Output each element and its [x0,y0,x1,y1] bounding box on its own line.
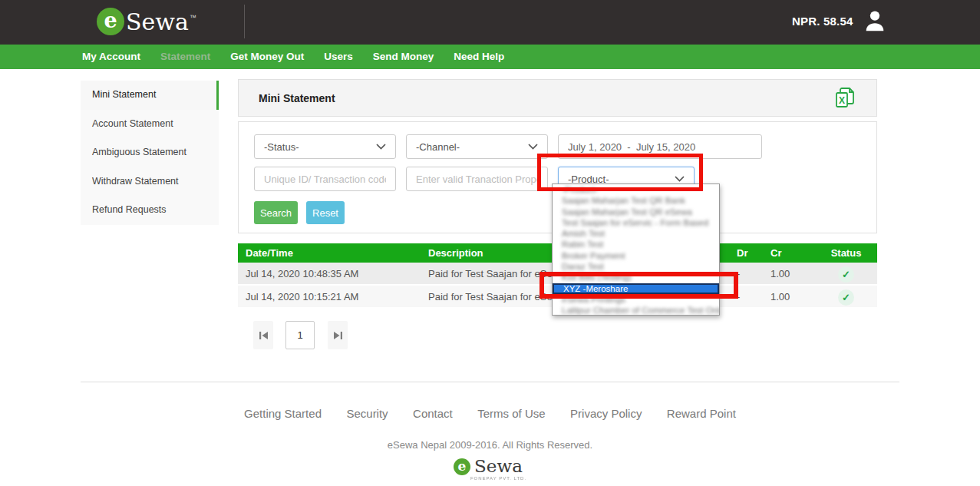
cell-cr: 1.00 [770,286,815,307]
footer-link-contact[interactable]: Contact [413,407,453,420]
channel-select[interactable]: -Channel- [406,134,548,159]
col-header-datetime: Date/Time [238,243,422,263]
product-dropdown-list: -Product- Saajan Maharjan Test QR Bank S… [552,183,720,316]
main-nav: My Account Statement Get Money Out Users… [0,45,980,69]
nav-need-help[interactable]: Need Help [444,45,514,69]
product-option[interactable]: Broker Payment [553,250,719,261]
success-check-icon: ✓ [838,289,854,306]
nav-statement[interactable]: Statement [150,45,220,69]
esewa-app: e Sewa ™ NPR. 58.54 My Account Statement… [0,0,980,486]
trademark-symbol: ™ [190,14,196,21]
cell-datetime: Jul 14, 2020 10:48:35 AM [238,263,422,284]
product-option[interactable]: Kist Bills (Testing) [553,272,719,283]
svg-text:X: X [839,95,845,106]
cell-dr: - [737,263,770,284]
footer-divider [81,382,899,382]
product-option[interactable]: Test Saajan for eServic - Form Based [553,217,719,228]
product-option[interactable]: eSewa Printings [553,294,719,305]
sidebar-item-ambiguous-statement[interactable]: Ambiguous Statement [81,138,219,167]
footer-link-reward-point[interactable]: Reward Point [667,407,736,420]
esewa-logo-text: Sewa [474,456,523,476]
wallet-balance: NPR. 58.54 [792,15,853,28]
esewa-logo: e Sewa ™ [97,8,196,37]
copyright-text: eSewa Nepal 2009-2016. All Rights Reserv… [0,439,980,451]
nav-my-account[interactable]: My Account [72,45,150,69]
product-option[interactable]: Amish Test [553,228,719,239]
product-option[interactable]: Daraz Test [553,261,719,272]
cell-cr: 1.00 [770,263,815,284]
search-button[interactable]: Search [254,201,298,224]
pagination: 1 [238,321,877,349]
first-page-button[interactable] [253,321,273,349]
col-header-dr: Dr [737,243,770,263]
col-header-cr: Cr [770,243,815,263]
footer-link-getting-started[interactable]: Getting Started [244,407,322,420]
sidebar-item-refund-requests[interactable]: Refund Requests [81,196,219,225]
skip-to-first-icon [259,331,269,340]
top-bar: e Sewa ™ NPR. 58.54 [0,0,980,45]
footer-logo: e Sewa FONEPAY PVT. LTD. [0,456,980,481]
chevron-down-icon [675,176,685,182]
esewa-logo-e-icon: e [454,458,470,475]
panel-header: Mini Statement X [238,79,877,117]
sidebar-item-withdraw-statement[interactable]: Withdraw Statement [81,167,219,197]
current-page-indicator[interactable]: 1 [285,321,315,349]
channel-select-value: -Channel- [416,141,460,153]
nav-users[interactable]: Users [314,45,363,69]
statement-sidebar: Mini Statement Account Statement Ambiguo… [81,81,219,225]
export-excel-button[interactable]: X [833,87,856,110]
transaction-property-input[interactable] [406,167,548,191]
cell-dr: - [737,286,770,307]
excel-export-icon: X [834,87,856,110]
product-option[interactable]: Saajan Maharjan Test QR eSewa [553,207,719,217]
page-title: Mini Statement [259,92,335,104]
status-select-value: -Status- [264,141,299,153]
nav-get-money-out[interactable]: Get Money Out [220,45,314,69]
product-option[interactable]: Rabin Test [553,239,719,250]
status-select[interactable]: -Status- [254,134,396,159]
footer-link-privacy-policy[interactable]: Privacy Policy [570,407,642,420]
cell-status: ✓ [815,263,877,284]
last-page-button[interactable] [328,321,348,349]
footer-link-security[interactable]: Security [346,407,388,420]
esewa-logo-e-icon: e [97,8,124,35]
sidebar-item-account-statement[interactable]: Account Statement [81,110,219,139]
sidebar-item-mini-statement[interactable]: Mini Statement [81,81,219,110]
footer-logo-subtext: FONEPAY PVT. LTD. [470,476,526,481]
product-option[interactable]: Saajan Maharjan Test QR Bank [553,195,719,206]
product-option[interactable]: -Product- [553,184,719,195]
footer-link-terms-of-use[interactable]: Terms of Use [477,407,545,420]
product-option-selected[interactable]: XYZ -Meroshare [553,283,719,294]
chevron-down-icon [376,144,386,150]
footer-links: Getting Started Security Contact Terms o… [0,407,980,421]
unique-id-input[interactable] [254,167,396,191]
user-avatar-icon[interactable] [863,8,887,33]
product-option[interactable]: Lalitpur Chamber of Commerce Test Only [553,305,719,316]
skip-to-last-icon [333,331,343,340]
cell-status: ✓ [815,286,877,307]
nav-send-money[interactable]: Send Money [363,45,444,69]
esewa-logo-text: Sewa [126,8,189,37]
cell-datetime: Jul 14, 2020 10:15:21 AM [238,286,422,307]
chevron-down-icon [528,144,538,150]
success-check-icon: ✓ [838,266,854,283]
reset-button[interactable]: Reset [306,201,345,224]
col-header-status: Status [815,243,877,263]
date-range-input[interactable] [558,134,762,159]
header-divider [244,5,245,38]
